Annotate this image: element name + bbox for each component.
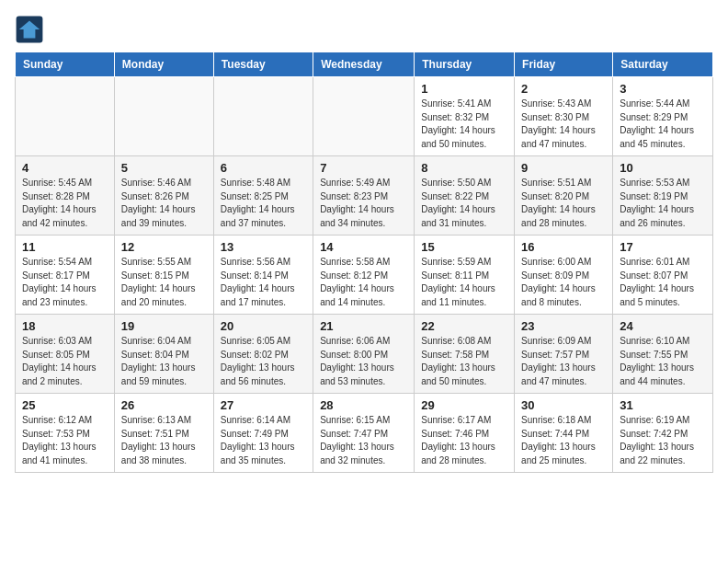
calendar-cell: 22Sunrise: 6:08 AM Sunset: 7:58 PM Dayli… [415,315,515,394]
day-info: Sunrise: 5:56 AM Sunset: 8:14 PM Dayligh… [221,256,306,309]
col-header-monday: Monday [114,52,213,77]
day-number: 25 [22,398,108,412]
calendar-cell: 18Sunrise: 6:03 AM Sunset: 8:05 PM Dayli… [16,315,115,394]
day-number: 4 [22,161,108,175]
calendar-cell: 31Sunrise: 6:19 AM Sunset: 7:42 PM Dayli… [613,394,713,473]
col-header-thursday: Thursday [415,52,515,77]
calendar-cell: 4Sunrise: 5:45 AM Sunset: 8:28 PM Daylig… [16,156,115,236]
col-header-tuesday: Tuesday [213,52,313,77]
header [15,15,713,44]
day-info: Sunrise: 5:55 AM Sunset: 8:15 PM Dayligh… [121,256,207,309]
calendar-cell: 26Sunrise: 6:13 AM Sunset: 7:51 PM Dayli… [114,394,213,473]
calendar-cell: 10Sunrise: 5:53 AM Sunset: 8:19 PM Dayli… [613,156,713,236]
day-number: 28 [320,398,407,412]
calendar-cell: 30Sunrise: 6:18 AM Sunset: 7:44 PM Dayli… [515,394,613,473]
day-number: 2 [521,82,606,96]
calendar-cell: 2Sunrise: 5:43 AM Sunset: 8:30 PM Daylig… [515,77,613,156]
calendar-cell: 25Sunrise: 6:12 AM Sunset: 7:53 PM Dayli… [16,394,115,473]
day-info: Sunrise: 5:43 AM Sunset: 8:30 PM Dayligh… [521,98,606,151]
calendar-cell: 6Sunrise: 5:48 AM Sunset: 8:25 PM Daylig… [213,156,313,236]
day-number: 11 [22,240,108,254]
calendar-cell: 16Sunrise: 6:00 AM Sunset: 8:09 PM Dayli… [515,236,613,315]
day-info: Sunrise: 6:00 AM Sunset: 8:09 PM Dayligh… [521,256,606,309]
day-number: 27 [221,398,306,412]
col-header-sunday: Sunday [16,52,115,77]
day-info: Sunrise: 6:19 AM Sunset: 7:42 PM Dayligh… [620,414,706,467]
day-number: 26 [121,398,207,412]
week-row-4: 18Sunrise: 6:03 AM Sunset: 8:05 PM Dayli… [16,315,713,394]
day-number: 1 [421,82,507,96]
calendar-cell: 11Sunrise: 5:54 AM Sunset: 8:17 PM Dayli… [16,236,115,315]
calendar-cell: 23Sunrise: 6:09 AM Sunset: 7:57 PM Dayli… [515,315,613,394]
day-number: 16 [521,240,606,254]
day-info: Sunrise: 5:49 AM Sunset: 8:23 PM Dayligh… [320,177,407,230]
calendar-cell: 3Sunrise: 5:44 AM Sunset: 8:29 PM Daylig… [613,77,713,156]
week-row-5: 25Sunrise: 6:12 AM Sunset: 7:53 PM Dayli… [16,394,713,473]
day-info: Sunrise: 5:54 AM Sunset: 8:17 PM Dayligh… [22,256,108,309]
day-info: Sunrise: 6:15 AM Sunset: 7:47 PM Dayligh… [320,414,407,467]
day-number: 20 [221,319,306,333]
day-number: 7 [320,161,407,175]
day-number: 13 [221,240,306,254]
day-info: Sunrise: 5:51 AM Sunset: 8:20 PM Dayligh… [521,177,606,230]
col-header-wednesday: Wednesday [313,52,415,77]
week-row-2: 4Sunrise: 5:45 AM Sunset: 8:28 PM Daylig… [16,156,713,236]
calendar-cell [114,77,213,156]
calendar-cell: 29Sunrise: 6:17 AM Sunset: 7:46 PM Dayli… [415,394,515,473]
day-info: Sunrise: 5:41 AM Sunset: 8:32 PM Dayligh… [421,98,507,151]
day-number: 10 [620,161,706,175]
calendar-cell: 1Sunrise: 5:41 AM Sunset: 8:32 PM Daylig… [415,77,515,156]
day-number: 30 [521,398,606,412]
calendar-cell: 28Sunrise: 6:15 AM Sunset: 7:47 PM Dayli… [313,394,415,473]
day-info: Sunrise: 5:46 AM Sunset: 8:26 PM Dayligh… [121,177,207,230]
day-number: 19 [121,319,207,333]
calendar-cell: 5Sunrise: 5:46 AM Sunset: 8:26 PM Daylig… [114,156,213,236]
calendar-cell: 9Sunrise: 5:51 AM Sunset: 8:20 PM Daylig… [515,156,613,236]
calendar-cell: 7Sunrise: 5:49 AM Sunset: 8:23 PM Daylig… [313,156,415,236]
calendar-cell: 12Sunrise: 5:55 AM Sunset: 8:15 PM Dayli… [114,236,213,315]
day-info: Sunrise: 6:10 AM Sunset: 7:55 PM Dayligh… [620,335,706,388]
day-number: 9 [521,161,606,175]
day-info: Sunrise: 5:58 AM Sunset: 8:12 PM Dayligh… [320,256,407,309]
day-number: 24 [620,319,706,333]
calendar-cell [213,77,313,156]
day-number: 6 [221,161,306,175]
day-info: Sunrise: 6:14 AM Sunset: 7:49 PM Dayligh… [221,414,306,467]
day-info: Sunrise: 6:01 AM Sunset: 8:07 PM Dayligh… [620,256,706,309]
calendar-cell [16,77,115,156]
day-info: Sunrise: 6:17 AM Sunset: 7:46 PM Dayligh… [421,414,507,467]
calendar-cell: 20Sunrise: 6:05 AM Sunset: 8:02 PM Dayli… [213,315,313,394]
calendar-cell: 21Sunrise: 6:06 AM Sunset: 8:00 PM Dayli… [313,315,415,394]
day-number: 15 [421,240,507,254]
day-info: Sunrise: 6:04 AM Sunset: 8:04 PM Dayligh… [121,335,207,388]
day-number: 31 [620,398,706,412]
col-header-saturday: Saturday [613,52,713,77]
day-number: 21 [320,319,407,333]
day-number: 3 [620,82,706,96]
calendar-table: SundayMondayTuesdayWednesdayThursdayFrid… [15,52,713,473]
calendar-cell: 19Sunrise: 6:04 AM Sunset: 8:04 PM Dayli… [114,315,213,394]
week-row-3: 11Sunrise: 5:54 AM Sunset: 8:17 PM Dayli… [16,236,713,315]
calendar-cell: 15Sunrise: 5:59 AM Sunset: 8:11 PM Dayli… [415,236,515,315]
day-info: Sunrise: 6:09 AM Sunset: 7:57 PM Dayligh… [521,335,606,388]
day-number: 18 [22,319,108,333]
day-info: Sunrise: 6:08 AM Sunset: 7:58 PM Dayligh… [421,335,507,388]
calendar-cell: 8Sunrise: 5:50 AM Sunset: 8:22 PM Daylig… [415,156,515,236]
day-number: 14 [320,240,407,254]
day-info: Sunrise: 6:13 AM Sunset: 7:51 PM Dayligh… [121,414,207,467]
day-number: 5 [121,161,207,175]
day-info: Sunrise: 5:53 AM Sunset: 8:19 PM Dayligh… [620,177,706,230]
day-number: 17 [620,240,706,254]
calendar-cell [313,77,415,156]
day-info: Sunrise: 5:45 AM Sunset: 8:28 PM Dayligh… [22,177,108,230]
day-number: 22 [421,319,507,333]
col-header-friday: Friday [515,52,613,77]
day-info: Sunrise: 5:59 AM Sunset: 8:11 PM Dayligh… [421,256,507,309]
logo [15,15,48,44]
day-number: 8 [421,161,507,175]
calendar-cell: 17Sunrise: 6:01 AM Sunset: 8:07 PM Dayli… [613,236,713,315]
day-info: Sunrise: 5:48 AM Sunset: 8:25 PM Dayligh… [221,177,306,230]
day-number: 23 [521,319,606,333]
day-info: Sunrise: 5:44 AM Sunset: 8:29 PM Dayligh… [620,98,706,151]
day-number: 12 [121,240,207,254]
